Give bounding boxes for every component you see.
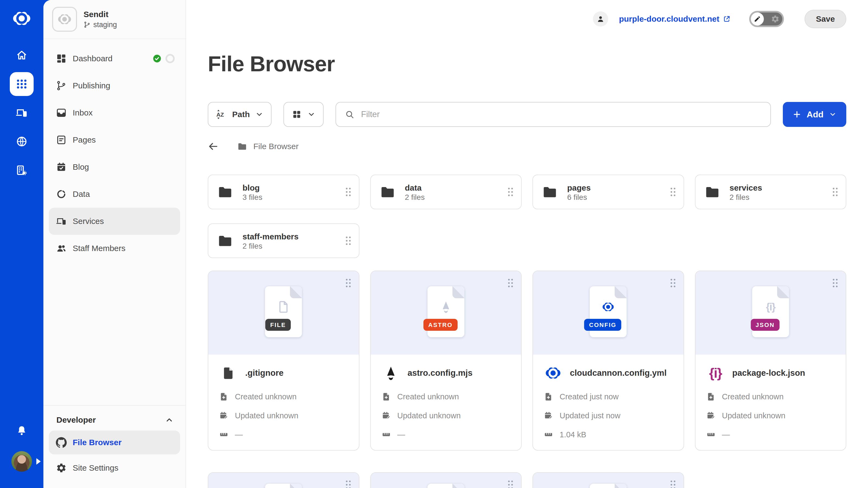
gear-icon — [771, 14, 780, 23]
folder-file-count: 2 files — [730, 193, 762, 202]
sidebar-item-file-browser[interactable]: File Browser — [49, 430, 180, 454]
folder-card-pages[interactable]: pages 6 files — [532, 174, 684, 209]
sidebar-item-label: Inbox — [73, 108, 93, 118]
file-glyph — [590, 484, 627, 488]
sidebar-item-site-settings[interactable]: Site Settings — [49, 456, 180, 480]
drag-handle-icon[interactable] — [344, 278, 352, 289]
rail-item-globe[interactable] — [10, 130, 34, 154]
drag-handle-icon[interactable] — [831, 187, 839, 197]
app-window: Sendit staging — [0, 0, 868, 488]
chevron-down-icon — [829, 110, 837, 118]
person-icon — [596, 14, 605, 23]
updated-calendar-icon — [706, 411, 716, 420]
add-button[interactable]: Add — [783, 102, 846, 127]
content-shell: Sendit staging — [43, 0, 868, 488]
unpublished-ring-icon[interactable] — [165, 54, 175, 63]
file-card-astro-config-mjs[interactable]: ASTRO astro.config.mjs — [370, 270, 522, 451]
site-logo[interactable] — [52, 7, 77, 32]
sidebar-item-dashboard[interactable]: Dashboard — [49, 45, 180, 72]
sidebar-item-label: Dashboard — [73, 54, 113, 63]
drag-handle-icon[interactable] — [669, 479, 677, 488]
sidebar-item-data[interactable]: Data — [49, 181, 180, 208]
folder-card-staff-members[interactable]: staff-members 2 files — [208, 223, 360, 258]
filter-search — [336, 102, 771, 127]
drag-handle-icon[interactable] — [506, 479, 515, 488]
rail-item-devices[interactable] — [10, 101, 34, 125]
published-check-icon[interactable] — [152, 54, 162, 63]
rail-item-organization[interactable] — [10, 158, 34, 182]
folder-icon — [217, 233, 233, 249]
site-domain-link[interactable]: purple-door.cloudvent.net — [619, 14, 731, 24]
folder-name: staff-members — [243, 231, 299, 242]
sidebar-item-blog[interactable]: Blog — [49, 154, 180, 181]
user-avatar[interactable] — [11, 451, 32, 472]
file-type-page-icon — [276, 299, 291, 315]
file-card-cloudcannon-config-yml[interactable]: CONFIG cloudcannon.config.yml — [532, 270, 684, 451]
file-card-package-lock-json[interactable]: {i} JSON {i} package-lock.json — [695, 270, 846, 451]
file-card[interactable] — [370, 472, 522, 488]
avatar-expand-icon[interactable] — [36, 458, 41, 465]
file-preview: FILE — [208, 271, 359, 355]
edit-mode-toggle[interactable] — [749, 11, 784, 27]
file-card[interactable] — [532, 472, 684, 488]
branch-indicator[interactable]: staging — [84, 21, 117, 29]
plus-icon — [793, 110, 801, 119]
sidebar-item-pages[interactable]: Pages — [49, 126, 180, 154]
external-link-icon — [723, 15, 731, 23]
account-button[interactable] — [593, 11, 608, 27]
updated-label: Updated just now — [560, 411, 620, 420]
drag-handle-icon[interactable] — [831, 278, 839, 289]
drag-handle-icon[interactable] — [506, 278, 515, 289]
created-file-icon — [544, 392, 553, 401]
sidebar-item-label: Site Settings — [73, 463, 118, 473]
folder-icon — [217, 184, 233, 200]
rail-item-apps[interactable] — [10, 72, 34, 96]
file-card--gitignore[interactable]: FILE .gitignore — [208, 270, 360, 451]
sidebar-item-inbox[interactable]: Inbox — [49, 99, 180, 126]
view-mode-dropdown[interactable] — [283, 102, 323, 127]
drag-handle-icon[interactable] — [344, 235, 352, 246]
file-glyph — [265, 484, 302, 488]
file-size: 1.04 kB — [560, 430, 586, 439]
created-label: Created unknown — [397, 392, 459, 401]
folder-file-count: 2 files — [243, 242, 299, 251]
sort-dropdown[interactable]: Path — [208, 102, 272, 127]
pages-icon — [56, 134, 67, 145]
drag-handle-icon[interactable] — [344, 479, 352, 488]
developer-section-toggle[interactable]: Developer — [43, 411, 186, 429]
organization-icon — [16, 164, 28, 176]
file-size: — — [235, 430, 243, 439]
file-name: .gitignore — [245, 368, 283, 378]
folder-icon — [379, 184, 396, 200]
cloudcannon-logo-icon[interactable] — [11, 8, 33, 29]
file-type-astro-icon — [438, 299, 454, 315]
main-area: purple-door.cloudvent.net Save File Brow… — [186, 0, 868, 488]
breadcrumb: File Browser — [208, 140, 846, 153]
drag-handle-icon[interactable] — [506, 187, 515, 197]
filter-input[interactable] — [361, 109, 762, 119]
notifications-button[interactable] — [16, 425, 28, 438]
drag-handle-icon[interactable] — [669, 278, 677, 289]
drag-handle-icon[interactable] — [344, 187, 352, 197]
save-button[interactable]: Save — [805, 10, 846, 28]
rail-item-home[interactable] — [10, 43, 34, 67]
folders-grid: blog 3 files data 2 files — [208, 174, 846, 258]
sidebar-item-services[interactable]: Services — [49, 208, 180, 235]
folder-card-data[interactable]: data 2 files — [370, 174, 522, 209]
home-icon — [16, 49, 28, 62]
developer-nav: File Browser Site Settings — [43, 430, 186, 480]
back-button[interactable] — [208, 141, 219, 152]
sidebar-item-publishing[interactable]: Publishing — [49, 72, 180, 99]
file-type-badge: FILE — [265, 319, 291, 331]
file-type-badge: ASTRO — [424, 319, 458, 331]
file-card[interactable] — [208, 472, 360, 488]
file-type-badge: CONFIG — [584, 319, 621, 331]
grid-view-icon — [291, 109, 302, 120]
folder-card-services[interactable]: services 2 files — [695, 174, 846, 209]
drag-handle-icon[interactable] — [669, 187, 677, 197]
sort-az-icon — [216, 109, 227, 120]
created-file-icon — [382, 392, 391, 401]
file-size: — — [397, 430, 405, 439]
folder-card-blog[interactable]: blog 3 files — [208, 174, 360, 209]
sidebar-item-staff-members[interactable]: Staff Members — [49, 235, 180, 262]
